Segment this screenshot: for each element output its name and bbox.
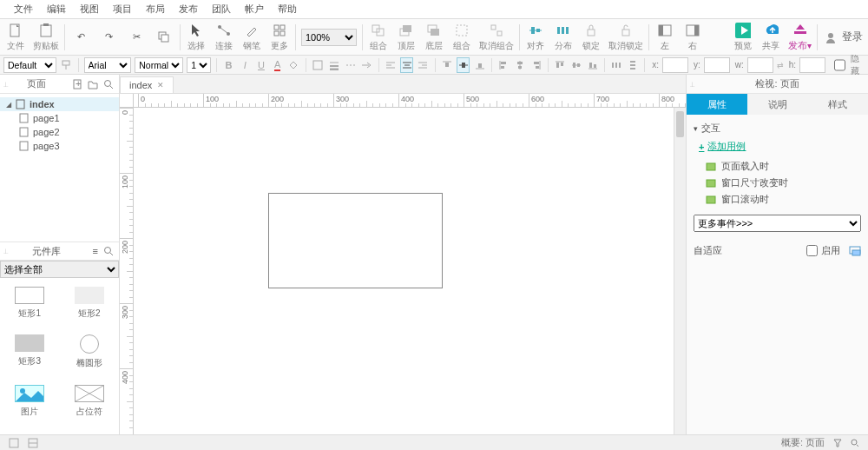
valign-middle-button[interactable] <box>457 57 470 73</box>
ruler-vertical[interactable]: 0100200300400 <box>120 108 134 434</box>
pin-icon[interactable]: ⟂ <box>3 80 8 89</box>
close-tab-icon[interactable]: ✕ <box>157 81 164 89</box>
bold-button[interactable]: B <box>222 57 235 73</box>
menu-layout[interactable]: 布局 <box>139 3 172 16</box>
obj-align-bottom-button[interactable] <box>586 57 599 73</box>
panel-left-button[interactable]: 左 <box>654 23 675 52</box>
select-tool[interactable]: 选择 <box>186 23 207 52</box>
copy-button[interactable] <box>154 30 174 45</box>
bottom-layer-button[interactable]: 底层 <box>424 23 444 52</box>
add-page-icon[interactable]: + <box>72 79 82 89</box>
line-width-button[interactable] <box>327 57 340 73</box>
redo-button[interactable]: ↷ <box>98 30 119 45</box>
status-filter-icon[interactable] <box>833 439 842 447</box>
w-input[interactable] <box>747 57 773 73</box>
status-search-icon[interactable] <box>851 439 859 447</box>
menu-project[interactable]: 项目 <box>106 3 139 16</box>
event-window-scroll[interactable]: 窗口滚动时 <box>694 191 861 208</box>
group-button[interactable]: 组合 <box>368 23 389 52</box>
collapse-icon[interactable]: ◢ <box>5 101 12 109</box>
canvas-rectangle-shape[interactable] <box>268 193 443 288</box>
tab-properties[interactable]: 属性 <box>687 94 747 115</box>
widget-rect1[interactable]: 矩形1 <box>0 283 60 331</box>
cut-button[interactable]: ✂ <box>126 30 147 45</box>
menu-publish[interactable]: 发布 <box>172 3 205 16</box>
fill-color-button[interactable] <box>287 57 300 73</box>
tab-notes[interactable]: 说明 <box>747 94 808 115</box>
unlock-button[interactable]: 取消锁定 <box>608 23 643 52</box>
more-events-select[interactable]: 更多事件>>> <box>694 215 861 232</box>
connect-tool[interactable]: 连接 <box>214 23 234 52</box>
align-button[interactable]: 对齐 <box>525 23 546 52</box>
widget-rect2[interactable]: 矩形2 <box>60 283 120 331</box>
widget-ellipse[interactable]: 椭圆形 <box>60 331 120 381</box>
widget-placeholder[interactable]: 占位符 <box>60 381 120 429</box>
lock-button[interactable]: 锁定 <box>581 23 602 52</box>
font-select[interactable]: Arial <box>84 57 132 73</box>
page-item-3[interactable]: page3 <box>0 139 119 153</box>
menu-account[interactable]: 帐户 <box>238 3 271 16</box>
library-search-icon[interactable] <box>103 246 114 256</box>
file-button[interactable]: 文件 <box>5 23 26 52</box>
ruler-horizontal[interactable]: 0100200300400500600700800 <box>134 94 686 108</box>
paint-format-button[interactable] <box>60 57 73 73</box>
login-button[interactable]: 登录 <box>823 30 863 45</box>
widget-rect3[interactable]: 矩形3 <box>0 331 60 381</box>
obj-align-right-button[interactable] <box>529 57 542 73</box>
status-tool-2-icon[interactable] <box>28 438 38 448</box>
style-preset-select[interactable]: Default <box>3 57 56 73</box>
italic-button[interactable]: I <box>239 57 252 73</box>
border-color-button[interactable] <box>312 57 325 73</box>
align-right-button[interactable] <box>417 57 430 73</box>
top-layer-button[interactable]: 顶层 <box>396 23 417 52</box>
pen-tool[interactable]: 钢笔 <box>241 23 262 52</box>
canvas-tab-index[interactable]: index✕ <box>120 76 174 93</box>
page-item-1[interactable]: page1 <box>0 111 119 125</box>
pin-icon[interactable]: ⟂ <box>690 80 694 89</box>
h-input[interactable] <box>799 57 825 73</box>
search-pages-icon[interactable] <box>103 79 114 89</box>
lock-ratio-icon[interactable]: ⇄ <box>777 61 784 69</box>
font-style-select[interactable]: Normal <box>135 57 183 73</box>
clipboard-button[interactable]: 剪贴板 <box>33 23 59 52</box>
obj-align-top-button[interactable] <box>554 57 567 73</box>
scrollbar-thumb[interactable] <box>676 111 684 137</box>
hidden-checkbox[interactable] <box>834 57 845 73</box>
page-root[interactable]: ◢ index <box>0 97 119 111</box>
combine-button[interactable]: 组合 <box>451 23 472 52</box>
zoom-select[interactable]: 100% <box>301 29 357 46</box>
line-style-button[interactable] <box>344 57 357 73</box>
library-menu-icon[interactable]: ≡ <box>93 246 98 256</box>
enable-adaptive-checkbox[interactable] <box>806 245 818 256</box>
menu-help[interactable]: 帮助 <box>271 3 304 16</box>
y-input[interactable] <box>704 57 730 73</box>
align-left-button[interactable] <box>385 57 398 73</box>
interaction-section-title[interactable]: ▾交互 <box>694 122 861 135</box>
menu-file[interactable]: 文件 <box>7 3 40 16</box>
canvas[interactable] <box>134 108 674 434</box>
status-tool-1-icon[interactable] <box>9 438 19 448</box>
add-case-link[interactable]: +添加用例 <box>699 140 861 153</box>
pin-icon[interactable]: ⟂ <box>3 247 8 255</box>
panel-right-button[interactable]: 右 <box>682 23 703 52</box>
canvas-viewport[interactable]: 0100200300400500600700800 0100200300400 <box>120 94 686 434</box>
vertical-scrollbar[interactable] <box>674 108 686 434</box>
widget-image[interactable]: 图片 <box>0 381 60 429</box>
arrow-button[interactable] <box>360 57 373 73</box>
uncombine-button[interactable]: 取消组合 <box>479 23 514 52</box>
font-color-button[interactable]: A <box>271 57 284 73</box>
distribute-button[interactable]: 分布 <box>553 23 574 52</box>
page-item-2[interactable]: page2 <box>0 125 119 139</box>
menu-team[interactable]: 团队 <box>205 3 238 16</box>
valign-bottom-button[interactable] <box>473 57 486 73</box>
status-overview-label[interactable]: 概要: 页面 <box>781 436 825 449</box>
event-page-load[interactable]: 页面载入时 <box>694 158 861 175</box>
menu-view[interactable]: 视图 <box>73 3 106 16</box>
preview-button[interactable]: 预览 <box>733 23 753 52</box>
library-select[interactable]: 选择全部 <box>0 261 119 278</box>
menu-edit[interactable]: 编辑 <box>40 3 73 16</box>
x-input[interactable] <box>662 57 688 73</box>
undo-button[interactable]: ↶ <box>70 30 91 45</box>
underline-button[interactable]: U <box>255 57 268 73</box>
tab-style[interactable]: 样式 <box>807 94 868 115</box>
